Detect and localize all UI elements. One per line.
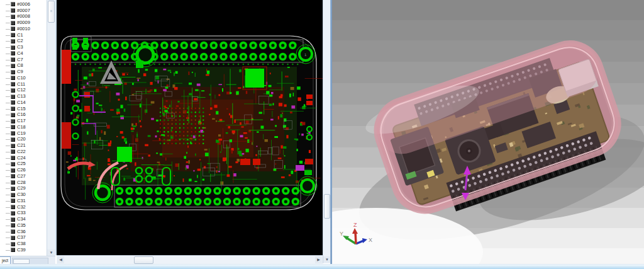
- component-list-item[interactable]: C32: [0, 204, 47, 210]
- component-designator: #0006: [17, 2, 30, 7]
- component-list-item[interactable]: C28: [0, 180, 47, 186]
- component-list-item[interactable]: C7: [0, 57, 47, 63]
- component-list-item[interactable]: C30: [0, 192, 47, 198]
- component-list-item[interactable]: C1: [0, 32, 47, 38]
- component-icon: [11, 14, 15, 19]
- component-list-item[interactable]: C4: [0, 50, 47, 57]
- component-designator: C4: [17, 51, 23, 56]
- component-designator: C12: [17, 88, 26, 93]
- scrollbar-thumb[interactable]: [324, 194, 330, 219]
- component-designator: C2: [17, 38, 23, 43]
- component-icon: [11, 45, 15, 50]
- component-designator: C1: [17, 33, 23, 38]
- component-list-item[interactable]: C17: [0, 118, 47, 124]
- component-icon: [11, 131, 15, 135]
- component-icon: [11, 21, 15, 25]
- component-designator: C28: [17, 180, 26, 185]
- component-list-item[interactable]: C22: [0, 149, 47, 155]
- component-designator: C11: [17, 82, 25, 87]
- component-icon: [11, 211, 15, 215]
- component-icon: [11, 8, 15, 13]
- component-designator: C25: [17, 161, 26, 166]
- pcb-2d-horizontal-scrollbar[interactable]: ◀ ▶: [57, 255, 323, 264]
- component-list-item[interactable]: C10: [0, 75, 47, 81]
- panel-tab-bar: ject: [0, 256, 55, 265]
- component-list-item[interactable]: C18: [0, 124, 47, 130]
- component-list-item[interactable]: C13: [0, 93, 47, 100]
- component-list-item[interactable]: C20: [0, 137, 47, 143]
- component-designator: C9: [17, 69, 23, 74]
- component-icon: [11, 137, 15, 142]
- component-icon: [11, 149, 15, 154]
- component-list-item[interactable]: #0006: [0, 1, 47, 8]
- component-list-item[interactable]: C38: [0, 241, 47, 247]
- component-list-item[interactable]: #0007: [0, 8, 47, 14]
- component-list-item[interactable]: C12: [0, 88, 47, 94]
- scroll-down-arrow-icon[interactable]: ▼: [47, 249, 55, 256]
- pcb-2d-layout-viewport[interactable]: 1: [55, 0, 323, 255]
- window-bottom-edge: [0, 264, 644, 269]
- axis-z-label: Z: [353, 222, 357, 228]
- component-list-item[interactable]: C15: [0, 106, 47, 112]
- component-designator: C38: [17, 241, 26, 246]
- component-icon: [11, 70, 15, 74]
- component-list-item[interactable]: C31: [0, 198, 47, 204]
- scrollbar-thumb[interactable]: [134, 256, 153, 264]
- component-list-item[interactable]: C9: [0, 69, 47, 75]
- component-icon: [11, 125, 15, 129]
- component-list-item[interactable]: C35: [0, 222, 47, 229]
- component-list-item[interactable]: C36: [0, 229, 47, 235]
- component-list-item[interactable]: C39: [0, 247, 47, 253]
- pcb-3d-render: Z Y X: [332, 0, 644, 264]
- component-designator: C3: [17, 45, 23, 50]
- component-icon: [11, 39, 15, 43]
- scroll-left-arrow-icon[interactable]: ◀: [57, 256, 64, 263]
- component-list-item[interactable]: C8: [0, 63, 47, 69]
- component-list-item[interactable]: C26: [0, 167, 47, 173]
- component-tree-vertical-scrollbar[interactable]: ▼: [47, 0, 55, 256]
- component-icon: [11, 223, 15, 227]
- components-panel: #0006 #0007 #0008 #0009 #0010 C1 C2: [0, 0, 55, 264]
- component-list-item[interactable]: C29: [0, 186, 47, 192]
- component-designator: C20: [17, 137, 26, 142]
- component-icon: [11, 33, 15, 37]
- component-list-item[interactable]: C25: [0, 161, 47, 168]
- scroll-right-arrow-icon[interactable]: ▶: [315, 256, 322, 263]
- component-list-item[interactable]: C16: [0, 112, 47, 118]
- component-tree[interactable]: #0006 #0007 #0008 #0009 #0010 C1 C2: [0, 1, 47, 256]
- component-list-item[interactable]: #0008: [0, 14, 47, 20]
- component-designator: C36: [17, 229, 26, 234]
- component-designator: C27: [17, 174, 26, 179]
- pcb-3d-viewport[interactable]: Z Y X: [332, 0, 644, 264]
- component-list-item[interactable]: C3: [0, 44, 47, 50]
- component-designator: C16: [17, 112, 26, 117]
- component-list-item[interactable]: C21: [0, 142, 47, 149]
- scrollbar-thumb[interactable]: [13, 259, 30, 264]
- component-list-item[interactable]: C24: [0, 155, 47, 161]
- scrollbar-thumb[interactable]: [48, 1, 55, 23]
- component-list-item[interactable]: C34: [0, 216, 47, 222]
- component-designator: C32: [17, 205, 26, 210]
- component-list-item[interactable]: C27: [0, 173, 47, 180]
- component-designator: C30: [17, 192, 26, 197]
- component-icon: [11, 144, 15, 148]
- component-list-item[interactable]: C37: [0, 235, 47, 241]
- component-designator: C15: [17, 106, 26, 112]
- component-icon: [11, 217, 15, 222]
- component-list-item[interactable]: C11: [0, 81, 47, 88]
- component-list-item[interactable]: C19: [0, 130, 47, 137]
- component-designator: C21: [17, 143, 26, 148]
- component-designator: C37: [17, 235, 26, 240]
- component-icon: [11, 106, 15, 111]
- component-icon: [11, 205, 15, 209]
- component-icon: [11, 180, 15, 185]
- component-list-item[interactable]: #0010: [0, 26, 47, 32]
- component-icon: [11, 57, 15, 62]
- component-list-item[interactable]: C14: [0, 100, 47, 106]
- component-icon: [11, 82, 15, 86]
- component-list-item[interactable]: C33: [0, 210, 47, 217]
- component-designator: C14: [17, 100, 26, 105]
- component-list-item[interactable]: C2: [0, 38, 47, 45]
- component-list-item[interactable]: #0009: [0, 20, 47, 26]
- component-designator: C19: [17, 131, 26, 136]
